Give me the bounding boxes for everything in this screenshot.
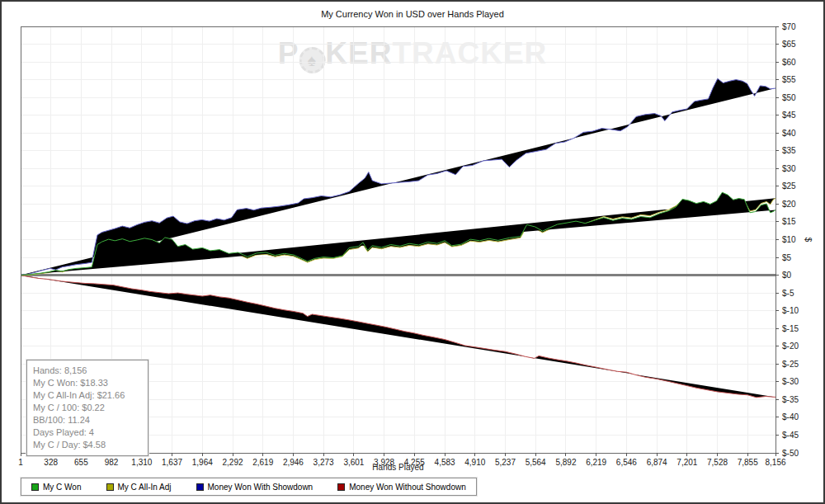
svg-text:$-10: $-10 xyxy=(782,306,799,315)
svg-text:$30: $30 xyxy=(782,164,796,173)
legend-item-with-showdown: Money Won With Showdown xyxy=(196,483,314,492)
legend-swatch-green xyxy=(31,483,39,491)
svg-text:$-50: $-50 xyxy=(782,449,799,458)
svg-text:$25: $25 xyxy=(782,181,796,191)
svg-text:$50: $50 xyxy=(782,93,796,102)
svg-text:$35: $35 xyxy=(782,146,796,155)
svg-text:$5: $5 xyxy=(782,253,792,262)
svg-text:$70: $70 xyxy=(782,22,796,31)
legend-label: Money Won With Showdown xyxy=(208,483,314,492)
legend-swatch-olive xyxy=(106,483,114,491)
svg-text:$0: $0 xyxy=(782,271,792,280)
y-axis-ticks: $70$65$60$55$50$45$40$35$30$25$20$15$10$… xyxy=(776,22,799,458)
legend-item-my-c-won: My C Won xyxy=(31,483,82,492)
x-axis-title: Hands Played xyxy=(21,463,776,472)
svg-text:$15: $15 xyxy=(782,217,796,226)
svg-text:$65: $65 xyxy=(782,40,796,49)
stat-line-my-c-won: My C Won: $18.33 xyxy=(33,377,142,389)
svg-text:$-40: $-40 xyxy=(782,412,799,422)
chart-window: My Currency Won in USD over Hands Played… xyxy=(0,0,825,504)
legend-item-all-in-adj: My C All-In Adj xyxy=(106,483,172,492)
stat-line-hands: Hands: 8,156 xyxy=(33,365,142,377)
svg-text:$-45: $-45 xyxy=(782,431,799,440)
svg-text:$-35: $-35 xyxy=(782,395,799,404)
legend-label: Money Won Without Showdown xyxy=(349,483,466,492)
legend-item-without-showdown: Money Won Without Showdown xyxy=(337,483,466,492)
stat-line-bb-100: BB/100: 11.24 xyxy=(33,414,142,426)
legend-label: My C Won xyxy=(43,483,82,492)
svg-text:$20: $20 xyxy=(782,200,796,209)
legend-swatch-darkred xyxy=(337,483,345,491)
svg-text:$-20: $-20 xyxy=(782,341,799,351)
svg-text:$55: $55 xyxy=(782,75,796,84)
svg-text:$45: $45 xyxy=(782,111,796,120)
svg-text:$60: $60 xyxy=(782,58,796,67)
legend-swatch-navy xyxy=(196,483,204,491)
svg-text:$-15: $-15 xyxy=(782,324,799,333)
stat-line-my-c-day: My C / Day: $4.58 xyxy=(33,439,142,451)
svg-text:$-30: $-30 xyxy=(782,377,799,386)
chart-legend: My C Won My C All-In Adj Money Won With … xyxy=(21,478,477,496)
stat-line-all-in-adj: My C All-In Adj: $21.66 xyxy=(33,389,142,402)
svg-text:$10: $10 xyxy=(782,235,796,244)
stat-line-my-c-100: My C / 100: $0.22 xyxy=(33,402,142,414)
stat-line-days-played: Days Played: 4 xyxy=(33,426,142,439)
svg-text:$-25: $-25 xyxy=(782,360,799,369)
stats-tooltip: Hands: 8,156 My C Won: $18.33 My C All-I… xyxy=(26,360,148,456)
svg-text:$40: $40 xyxy=(782,129,796,138)
svg-text:$-5: $-5 xyxy=(782,289,794,298)
y-axis-title: $ xyxy=(804,238,813,243)
chart-title: My Currency Won in USD over Hands Played xyxy=(2,9,823,19)
legend-label: My C All-In Adj xyxy=(118,483,172,492)
